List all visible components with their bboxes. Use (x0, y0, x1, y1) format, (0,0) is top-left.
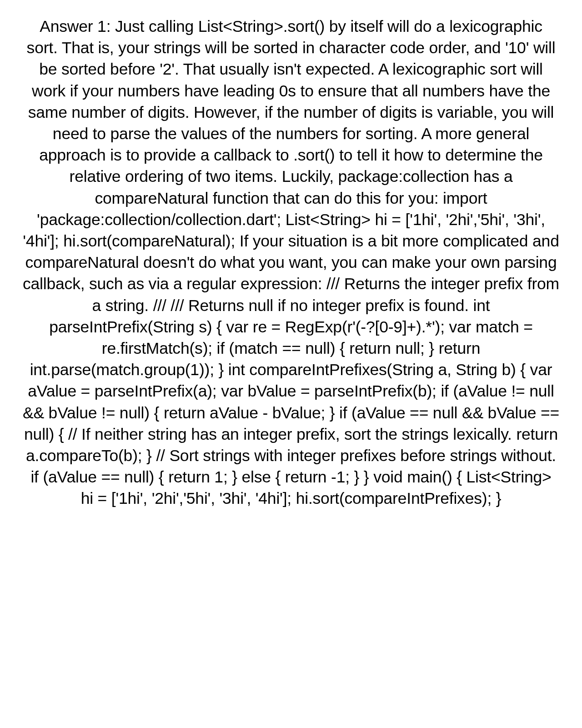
document-text-block: Answer 1: Just calling List<String>.sort… (23, 16, 559, 510)
